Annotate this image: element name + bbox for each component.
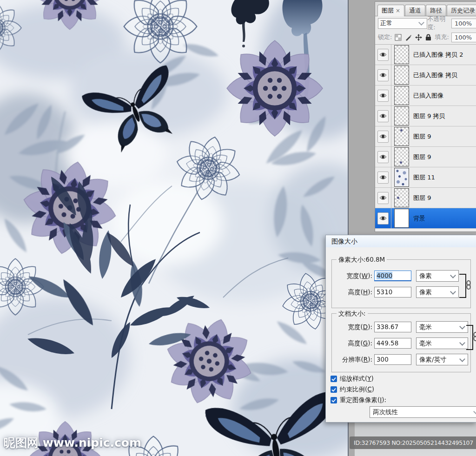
constrain-proportions-checkbox-row[interactable]: 约束比例(C): [331, 385, 374, 394]
layer-row[interactable]: 图层 9: [375, 126, 476, 147]
eye-icon: [379, 134, 387, 139]
tab-layers[interactable]: 图层×: [377, 5, 404, 16]
blend-mode-select[interactable]: 正常: [378, 18, 427, 29]
pixel-size-legend: 像素大小:60.8M: [337, 256, 387, 264]
visibility-toggle[interactable]: [377, 172, 389, 184]
layer-row[interactable]: 图层 11: [375, 167, 476, 188]
visibility-toggle[interactable]: [377, 90, 389, 102]
chevron-down-icon: [450, 272, 456, 278]
layer-thumbnail[interactable]: [394, 127, 409, 146]
pixel-width-input[interactable]: 4000: [374, 271, 411, 281]
blend-mode-row: 正常 不透明度: 100%: [375, 16, 476, 30]
layer-row[interactable]: 已插入图像 拷贝 2: [375, 45, 476, 65]
artwork-svg: [0, 0, 348, 456]
link-bracket: [466, 325, 473, 350]
chevron-down-icon: [459, 340, 465, 346]
layers-panel: 图层× 通道 路径 历史记录 正常 不透明度: 100% 锁定: 填充: 100…: [375, 1, 476, 232]
layer-name: 图层 9: [413, 132, 431, 141]
chevron-down-icon: [459, 356, 465, 362]
image-id-badge: ID:32767593 NO:20250505214432495107: [350, 436, 476, 449]
visibility-toggle[interactable]: [377, 192, 389, 204]
scale-styles-label: 缩放样式(Y): [340, 375, 374, 383]
visibility-toggle[interactable]: [377, 49, 389, 61]
resolution-input[interactable]: 300: [374, 354, 411, 365]
document-canvas[interactable]: [0, 0, 349, 456]
layer-thumbnail[interactable]: [394, 86, 409, 105]
lock-position-icon[interactable]: [415, 34, 422, 41]
layer-thumbnail[interactable]: [394, 106, 409, 126]
tab-layers-label: 图层: [382, 7, 394, 14]
resolution-label: 分辨率(R):: [333, 356, 372, 364]
doc-width-row: 宽度(D): 338.67 毫米: [333, 321, 468, 333]
checkbox-checked-icon[interactable]: [331, 397, 337, 403]
resolution-unit-select[interactable]: 像素/英寸: [416, 354, 468, 365]
layer-row[interactable]: 已插入图像: [375, 86, 476, 106]
opacity-input[interactable]: 100%: [451, 19, 476, 28]
pixel-height-input[interactable]: 5310: [374, 287, 411, 297]
width-label: 宽度(W):: [333, 272, 372, 280]
layer-row[interactable]: 已插入图像 拷贝: [375, 65, 476, 86]
fill-input[interactable]: 100%: [451, 33, 476, 42]
nipic-watermark: 昵图网 www.nipic.com: [4, 435, 141, 450]
resample-image-checkbox-row[interactable]: 重定图像像素(I):: [331, 396, 386, 404]
layer-name: 已插入图像 拷贝 2: [413, 51, 463, 59]
width-label: 宽度(D):: [333, 323, 372, 331]
lock-paint-icon[interactable]: [405, 34, 412, 41]
layer-list: 已插入图像 拷贝 2 已插入图像 拷贝 已插入图像 图层 9 拷贝 图层 9 图…: [375, 44, 476, 229]
document-size-legend: 文档大小:: [337, 310, 368, 318]
layer-name: 图层 9: [413, 194, 431, 202]
pixel-height-row: 高度(H): 5310 像素: [333, 286, 459, 298]
doc-height-unit-select[interactable]: 毫米: [416, 337, 468, 349]
layer-thumbnail[interactable]: [394, 209, 409, 228]
layer-name: 图层 9: [413, 153, 431, 161]
layer-row[interactable]: 图层 9: [375, 188, 476, 208]
lock-all-icon[interactable]: [425, 34, 431, 41]
resample-image-label: 重定图像像素(I):: [340, 396, 386, 404]
layer-name: 已插入图像 拷贝: [413, 71, 457, 79]
checkbox-checked-icon[interactable]: [331, 386, 337, 393]
layer-thumbnail[interactable]: [394, 168, 409, 187]
doc-width-input[interactable]: 338.67: [374, 322, 411, 332]
layer-row-selected[interactable]: 背景: [375, 208, 476, 229]
layer-thumbnail[interactable]: [394, 147, 409, 166]
layer-thumbnail[interactable]: [394, 188, 409, 207]
visibility-toggle[interactable]: [377, 212, 389, 225]
link-chain-icon: [473, 332, 476, 341]
eye-icon: [379, 154, 387, 159]
eye-icon: [379, 113, 387, 119]
opacity-label: 不透明度:: [427, 15, 449, 32]
panel-tab-bar: 图层× 通道 路径 历史记录: [375, 2, 476, 16]
layer-name: 已插入图像: [413, 92, 443, 100]
eye-icon: [379, 73, 387, 78]
tab-channels[interactable]: 通道: [405, 5, 425, 16]
chevron-down-icon: [473, 409, 476, 415]
blend-mode-value: 正常: [380, 19, 392, 27]
layer-thumbnail[interactable]: [394, 45, 409, 64]
layer-row[interactable]: 图层 9: [375, 147, 476, 167]
layer-row[interactable]: 图层 9 拷贝: [375, 106, 476, 126]
constrain-proportions-label: 约束比例(C): [340, 385, 374, 394]
height-label: 高度(H):: [333, 288, 372, 297]
doc-height-input[interactable]: 449.58: [374, 338, 411, 349]
doc-width-unit-select[interactable]: 毫米: [416, 321, 468, 333]
tab-history[interactable]: 历史记录: [447, 5, 476, 16]
visibility-toggle[interactable]: [377, 151, 389, 163]
checkbox-checked-icon[interactable]: [331, 376, 337, 382]
lock-transparency-icon[interactable]: [395, 34, 402, 41]
eye-icon: [379, 195, 387, 200]
pixel-width-unit-select[interactable]: 像素: [416, 270, 459, 282]
scale-styles-checkbox-row[interactable]: 缩放样式(Y): [331, 375, 374, 383]
visibility-toggle[interactable]: [377, 110, 389, 122]
eye-icon: [379, 216, 387, 221]
layer-thumbnail[interactable]: [394, 66, 409, 85]
close-tab-icon[interactable]: ×: [396, 7, 400, 14]
eye-icon: [379, 93, 387, 98]
visibility-toggle[interactable]: [377, 131, 389, 143]
link-bracket: [459, 274, 466, 298]
layer-name: 背景: [413, 214, 425, 223]
chevron-down-icon: [418, 20, 424, 26]
visibility-toggle[interactable]: [377, 69, 389, 81]
resample-method-select[interactable]: 两次线性: [370, 406, 476, 418]
tab-paths[interactable]: 路径: [426, 5, 446, 16]
pixel-height-unit-select[interactable]: 像素: [416, 286, 459, 298]
